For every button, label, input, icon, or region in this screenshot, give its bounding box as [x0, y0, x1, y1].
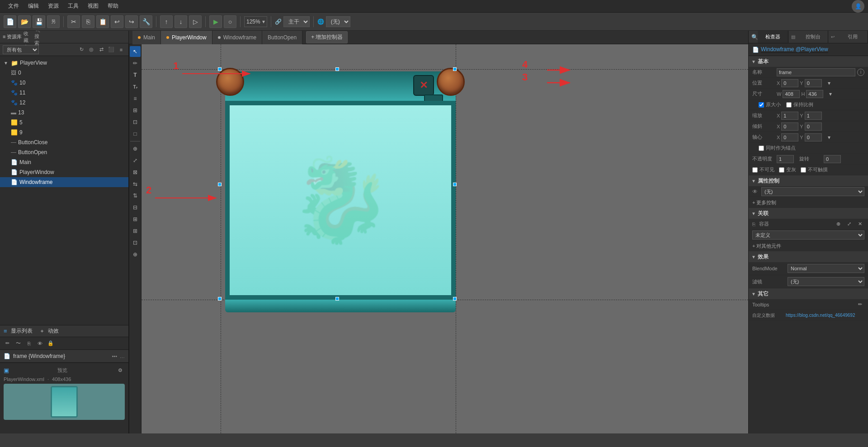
toolbar-paste[interactable]: 📋	[96, 15, 109, 28]
display-item-extra[interactable]: …	[120, 353, 125, 359]
relation-section-header[interactable]: ▼ 关联	[749, 208, 868, 219]
handle-tl[interactable]	[218, 67, 222, 71]
tab-buttonopen[interactable]: ButtonOpen	[262, 31, 302, 44]
tree-item-main[interactable]: 📄 Main	[0, 157, 128, 167]
close-button[interactable]: ✕	[413, 75, 434, 96]
pos-x-input[interactable]	[781, 79, 798, 87]
tree-item-12[interactable]: 🐾 12	[0, 98, 128, 108]
display-list-item-frame[interactable]: 📄 frame {Windowframe} ••• …	[0, 350, 128, 362]
display-wave-btn[interactable]: 〜	[14, 339, 23, 348]
other-elements-btn[interactable]: + 对其他元件	[749, 240, 868, 251]
toolbar-open[interactable]: 📂	[18, 15, 31, 28]
toolbar-copy[interactable]: ⎘	[82, 15, 94, 28]
scale-x-input[interactable]	[781, 112, 798, 120]
tool-text2[interactable]: Tᵣ	[130, 81, 141, 92]
scene-select[interactable]: 主干	[283, 16, 310, 27]
search-label[interactable]: 🔍 搜索	[34, 33, 43, 42]
tool-list[interactable]: ≡	[130, 93, 141, 104]
prop-ctrl-section-header[interactable]: ▼ 属性控制	[749, 175, 868, 186]
position-expand-btn[interactable]: ▾	[826, 80, 833, 87]
tool-flip-v[interactable]: ⇅	[130, 190, 141, 201]
tab-main[interactable]: Main	[132, 31, 161, 44]
pos-y-input[interactable]	[805, 79, 822, 87]
handle-br[interactable]	[453, 297, 457, 301]
refresh-btn[interactable]: ↻	[77, 45, 86, 54]
blend-select[interactable]: Normal	[788, 264, 864, 273]
tool-flip-h[interactable]: ⇆	[130, 179, 141, 189]
tooltips-edit-btn[interactable]: ✏	[855, 300, 864, 309]
basic-section-header[interactable]: ▼ 基本	[749, 56, 868, 67]
tree-item-btnopen[interactable]: — ButtonOpen	[0, 147, 128, 157]
tree-item-5[interactable]: 🟨 5	[0, 118, 128, 127]
display-copy-btn[interactable]: ⎘	[24, 339, 33, 348]
platform-select[interactable]: (无)	[326, 16, 350, 27]
zoom-control[interactable]: 125% ▾	[244, 16, 267, 27]
inspector-link[interactable]: Windowframe @PlayerView	[761, 46, 828, 53]
expand-btn[interactable]: ⬛	[107, 45, 116, 54]
tool-ruler[interactable]: ⊡	[130, 237, 141, 248]
toolbar-cut[interactable]: ✂	[67, 15, 80, 28]
more-ctrl-btn[interactable]: + 更多控制	[749, 197, 868, 208]
bookmarks-label[interactable]: ★ 收藏夹	[24, 33, 33, 42]
tool-component[interactable]: ⊡	[130, 117, 141, 127]
tree-item-btnclose[interactable]: — ButtonClose	[0, 137, 128, 147]
tree-item-9[interactable]: 🟨 9	[0, 127, 128, 137]
list-btn[interactable]: ≡	[117, 45, 126, 54]
tab-playerwindow[interactable]: PlayerWindow	[161, 31, 212, 44]
pivot-expand-btn[interactable]: ▾	[826, 134, 833, 141]
pivot-x-input[interactable]	[781, 133, 798, 141]
container-target-btn[interactable]: ⊕	[834, 220, 843, 229]
menu-view[interactable]: 视图	[83, 0, 103, 12]
tool-pen[interactable]: ✏	[130, 58, 141, 69]
menu-help[interactable]: 帮助	[103, 0, 123, 12]
display-eye-btn[interactable]: 👁	[35, 339, 44, 348]
menu-resource[interactable]: 资源	[43, 0, 63, 12]
tree-item-13[interactable]: ▬ 13	[0, 108, 128, 118]
menu-file[interactable]: 文件	[4, 0, 24, 12]
tab-windowframe[interactable]: Windowframe	[212, 31, 262, 44]
rotation-input[interactable]	[824, 155, 841, 163]
keep-ratio-checkbox[interactable]	[786, 102, 792, 108]
toolbar-undo[interactable]: ↩	[111, 15, 123, 28]
toolbar-circle[interactable]: ○	[224, 15, 236, 28]
tree-item-0[interactable]: 🖼 0	[0, 68, 128, 78]
toolbar-new[interactable]: 📄	[4, 15, 16, 28]
menu-edit[interactable]: 编辑	[24, 0, 43, 12]
menu-tools[interactable]: 工具	[63, 0, 83, 12]
tree-item-playerwindow[interactable]: 📄 PlayerWindow	[0, 167, 128, 177]
tool-select[interactable]: ↖	[130, 46, 141, 57]
tab-console[interactable]: 控制台	[798, 31, 829, 43]
user-avatar[interactable]: 👤	[852, 0, 864, 13]
toolbar-saveas[interactable]: 另	[47, 15, 60, 28]
size-expand-btn[interactable]: ▾	[827, 90, 834, 98]
anchor-checkbox[interactable]	[759, 146, 764, 151]
tool-anchor[interactable]: ⊕	[130, 143, 141, 154]
add-controller-btn[interactable]: + 增加控制器	[306, 31, 348, 43]
display-pencil-btn[interactable]: ✏	[3, 339, 12, 348]
container-expand-btn[interactable]: ⤢	[844, 220, 854, 229]
original-size-checkbox[interactable]	[759, 102, 764, 108]
display-lock-btn[interactable]: 🔒	[46, 339, 55, 348]
filter-select[interactable]: 所有包	[3, 45, 39, 54]
tool-align[interactable]: ⊟	[130, 202, 141, 213]
container-clear-btn[interactable]: ✕	[855, 220, 864, 229]
tool-grid[interactable]: ⊞	[130, 226, 141, 236]
tool-table[interactable]: ⊞	[130, 105, 141, 116]
toolbar-play[interactable]: ▶	[209, 15, 222, 28]
tree-item-11[interactable]: 🐾 11	[0, 88, 128, 98]
scale-y-input[interactable]	[805, 112, 822, 120]
size-h-input[interactable]	[806, 90, 823, 98]
handle-bc[interactable]	[335, 297, 339, 301]
display-item-dots[interactable]: •••	[112, 353, 117, 359]
size-w-input[interactable]	[783, 90, 800, 98]
handle-ml[interactable]	[218, 183, 222, 186]
tree-item-10[interactable]: 🐾 10	[0, 78, 128, 88]
locate-btn[interactable]: ◎	[87, 45, 96, 54]
grayed-checkbox[interactable]	[779, 167, 784, 173]
tool-distribute[interactable]: ⊞	[130, 214, 141, 225]
filter-select-right[interactable]: (无)	[788, 277, 864, 286]
tool-add[interactable]: ⊕	[130, 249, 141, 260]
toolbar-arrow-up[interactable]: ↑	[160, 15, 173, 28]
tool-rect[interactable]: □	[130, 128, 141, 139]
toolbar-save[interactable]: 💾	[33, 15, 45, 28]
